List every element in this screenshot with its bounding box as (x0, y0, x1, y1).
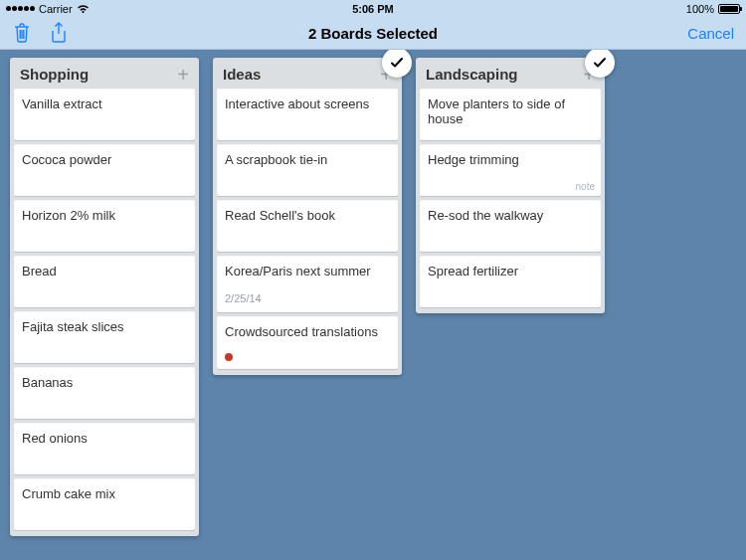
share-icon[interactable] (50, 22, 68, 44)
card-text: Hedge trimming (428, 152, 593, 167)
selected-check-icon[interactable] (585, 50, 615, 78)
board-title: Landscaping (426, 66, 518, 83)
card-text: Fajita steak slices (22, 319, 187, 334)
card-text: Move planters to side of house (428, 96, 593, 126)
card-text: Read Schell's book (225, 208, 390, 223)
card-text: Crowdsourced translations (225, 324, 390, 339)
card[interactable]: Interactive about screens (217, 89, 398, 140)
board-title: Ideas (223, 66, 261, 83)
signal-dots-icon (6, 6, 35, 11)
battery-pct: 100% (686, 3, 714, 15)
card-text: Interactive about screens (225, 96, 390, 111)
carrier-label: Carrier (39, 3, 73, 15)
card[interactable]: A scrapbook tie-in (217, 144, 398, 196)
board-header[interactable]: Ideas+ (213, 58, 402, 89)
board[interactable]: Landscaping+Move planters to side of hou… (416, 58, 605, 313)
card-text: Spread fertilizer (428, 264, 593, 279)
page-title: 2 Boards Selected (308, 25, 438, 42)
card-text: Cococa powder (22, 152, 187, 167)
trash-icon[interactable] (12, 22, 32, 44)
card[interactable]: Korea/Paris next summer2/25/14 (217, 256, 398, 312)
card[interactable]: Move planters to side of house (420, 89, 601, 140)
card[interactable]: Fajita steak slices (14, 311, 195, 363)
status-time: 5:06 PM (352, 3, 394, 15)
nav-bar: 2 Boards Selected Cancel (0, 17, 746, 50)
status-left: Carrier (6, 3, 90, 15)
board-title: Shopping (20, 66, 89, 83)
card-text: Re-sod the walkway (428, 208, 593, 223)
board-header[interactable]: Shopping+ (10, 58, 199, 89)
card-note-indicator: note (576, 181, 595, 192)
board[interactable]: Ideas+Interactive about screensA scrapbo… (213, 58, 402, 375)
boards-canvas[interactable]: Shopping+Vanilla extractCococa powderHor… (0, 50, 746, 560)
add-card-icon[interactable]: + (177, 68, 189, 82)
status-right: 100% (686, 3, 740, 15)
card[interactable]: Crowdsourced translations (217, 316, 398, 369)
card-tag-dot-icon (225, 353, 233, 361)
card-text: Bread (22, 264, 187, 279)
card[interactable]: Hedge trimmingnote (420, 144, 601, 196)
card[interactable]: Re-sod the walkway (420, 200, 601, 252)
card-text: A scrapbook tie-in (225, 152, 390, 167)
card-text: Crumb cake mix (22, 486, 187, 501)
board-header[interactable]: Landscaping+ (416, 58, 605, 89)
card-text: Horizon 2% milk (22, 208, 187, 223)
card-date: 2/25/14 (225, 292, 390, 304)
selected-check-icon[interactable] (382, 50, 412, 78)
card-text: Korea/Paris next summer (225, 264, 390, 279)
card[interactable]: Bread (14, 256, 195, 307)
card-text: Red onions (22, 431, 187, 446)
card-text: Bananas (22, 375, 187, 390)
card-list: Move planters to side of houseHedge trim… (416, 89, 605, 313)
card[interactable]: Horizon 2% milk (14, 200, 195, 252)
card-list: Interactive about screensA scrapbook tie… (213, 89, 402, 375)
card[interactable]: Red onions (14, 423, 195, 474)
cancel-button[interactable]: Cancel (687, 25, 734, 42)
board[interactable]: Shopping+Vanilla extractCococa powderHor… (10, 58, 199, 536)
status-bar: Carrier 5:06 PM 100% (0, 0, 746, 17)
card[interactable]: Read Schell's book (217, 200, 398, 252)
card[interactable]: Spread fertilizer (420, 256, 601, 307)
battery-icon (718, 4, 740, 14)
wifi-icon (77, 4, 90, 14)
card[interactable]: Cococa powder (14, 144, 195, 196)
card[interactable]: Bananas (14, 367, 195, 419)
card-list: Vanilla extractCococa powderHorizon 2% m… (10, 89, 199, 536)
card-text: Vanilla extract (22, 96, 187, 111)
card[interactable]: Crumb cake mix (14, 478, 195, 530)
card[interactable]: Vanilla extract (14, 89, 195, 140)
